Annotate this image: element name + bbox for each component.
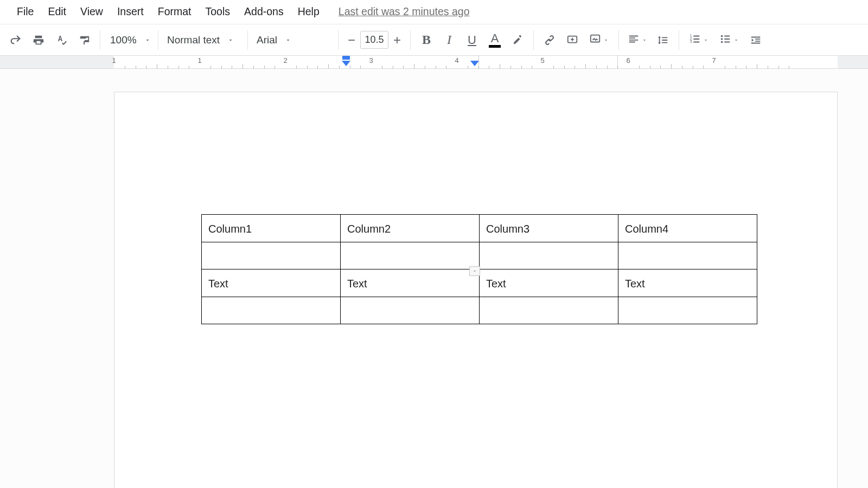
redo-button[interactable] bbox=[4, 29, 27, 52]
decrease-indent-button[interactable] bbox=[744, 29, 767, 52]
table-row[interactable] bbox=[202, 297, 757, 324]
chevron-down-icon bbox=[472, 268, 477, 274]
ruler-number: 7 bbox=[712, 56, 716, 65]
last-edit-link[interactable]: Last edit was 2 minutes ago bbox=[339, 5, 470, 18]
numbered-list-dropdown[interactable]: 123 bbox=[684, 33, 714, 47]
right-indent-marker[interactable] bbox=[470, 61, 479, 66]
plus-icon: + bbox=[393, 33, 401, 48]
font-size-stepper: − + bbox=[343, 30, 406, 50]
table-column-menu-button[interactable] bbox=[469, 266, 480, 276]
line-spacing-icon bbox=[657, 34, 669, 46]
chevron-down-icon bbox=[642, 37, 647, 43]
chevron-down-icon bbox=[144, 37, 151, 43]
table-cell[interactable]: Column1 bbox=[202, 215, 341, 242]
insert-image-dropdown[interactable] bbox=[584, 33, 614, 47]
menu-bar: File Edit View Insert Format Tools Add-o… bbox=[0, 0, 868, 24]
bold-button[interactable]: B bbox=[415, 29, 438, 52]
table-cell[interactable]: Column2 bbox=[341, 215, 480, 242]
font-size-input[interactable] bbox=[360, 31, 388, 49]
minus-icon: − bbox=[348, 33, 355, 48]
print-button[interactable] bbox=[27, 29, 50, 52]
insert-comment-button[interactable] bbox=[561, 29, 584, 52]
paint-format-button[interactable] bbox=[73, 29, 95, 52]
bulleted-list-dropdown[interactable] bbox=[714, 33, 744, 47]
table-cell[interactable] bbox=[618, 297, 757, 324]
svg-point-5 bbox=[721, 35, 723, 37]
underline-icon: U bbox=[468, 33, 476, 47]
menu-format[interactable]: Format bbox=[151, 2, 199, 21]
table-cell[interactable] bbox=[480, 297, 618, 324]
font-family-dropdown[interactable]: Arial bbox=[252, 30, 334, 50]
document-page[interactable]: Column1 Column2 Column3 Column4 Text Tex… bbox=[114, 92, 838, 488]
underline-button[interactable]: U bbox=[461, 29, 483, 52]
left-indent-marker[interactable] bbox=[342, 61, 350, 66]
table-row[interactable] bbox=[202, 242, 757, 269]
highlighter-icon bbox=[512, 34, 524, 46]
first-line-indent-marker[interactable] bbox=[342, 56, 350, 60]
table-cell[interactable]: Text bbox=[618, 269, 757, 297]
chevron-down-icon bbox=[227, 37, 234, 43]
horizontal-ruler[interactable]: 11234567 bbox=[0, 56, 868, 69]
table-cell[interactable] bbox=[341, 297, 480, 324]
document-canvas[interactable]: Column1 Column2 Column3 Column4 Text Tex… bbox=[0, 69, 868, 488]
menu-file[interactable]: File bbox=[10, 2, 41, 21]
spellcheck-button[interactable] bbox=[50, 29, 73, 52]
paragraph-style-dropdown[interactable]: Normal text bbox=[163, 30, 243, 50]
menu-tools[interactable]: Tools bbox=[199, 2, 238, 21]
table-cell[interactable]: Column3 bbox=[480, 215, 618, 242]
increase-font-size-button[interactable]: + bbox=[388, 31, 406, 49]
table-cell[interactable]: Text bbox=[480, 269, 618, 297]
table-cell[interactable] bbox=[341, 242, 480, 269]
svg-rect-1 bbox=[591, 35, 600, 42]
paragraph-style-value: Normal text bbox=[167, 34, 220, 46]
table-cell[interactable] bbox=[202, 242, 341, 269]
ruler-number: 1 bbox=[112, 56, 116, 65]
chevron-down-icon bbox=[603, 37, 609, 43]
paint-roller-icon bbox=[78, 34, 90, 46]
link-icon bbox=[543, 34, 556, 47]
ruler-number: 4 bbox=[455, 56, 458, 65]
ruler-number: 5 bbox=[540, 56, 544, 65]
line-spacing-button[interactable] bbox=[652, 29, 674, 52]
table-cell[interactable]: Text bbox=[341, 269, 480, 297]
ruler-number: 6 bbox=[626, 56, 630, 65]
table-cell[interactable] bbox=[618, 242, 757, 269]
print-icon bbox=[33, 34, 44, 46]
italic-icon: I bbox=[447, 33, 451, 47]
chevron-down-icon bbox=[703, 37, 709, 43]
menu-addons[interactable]: Add-ons bbox=[237, 2, 291, 21]
toolbar: 100% Normal text Arial − bbox=[0, 24, 868, 56]
zoom-value: 100% bbox=[110, 34, 137, 46]
menu-insert[interactable]: Insert bbox=[110, 2, 151, 21]
svg-point-6 bbox=[721, 38, 723, 40]
font-family-value: Arial bbox=[257, 34, 277, 46]
numbered-list-icon: 123 bbox=[689, 33, 701, 47]
svg-point-7 bbox=[721, 41, 723, 43]
highlight-button[interactable] bbox=[506, 29, 529, 52]
ruler-number: 2 bbox=[283, 56, 287, 65]
italic-button[interactable]: I bbox=[438, 29, 461, 52]
column-guide bbox=[617, 56, 618, 68]
text-color-button[interactable]: A bbox=[483, 29, 506, 52]
table-cell[interactable]: Text bbox=[202, 269, 341, 297]
table-cell[interactable] bbox=[480, 242, 618, 269]
chevron-down-icon bbox=[733, 37, 739, 43]
align-left-icon bbox=[628, 33, 640, 47]
image-icon bbox=[589, 33, 601, 47]
chevron-down-icon bbox=[285, 37, 291, 43]
decrease-font-size-button[interactable]: − bbox=[343, 31, 360, 49]
ruler-number: 3 bbox=[369, 56, 373, 65]
redo-icon bbox=[10, 34, 22, 46]
table-row[interactable]: Column1 Column2 Column3 Column4 bbox=[202, 215, 757, 242]
table-cell[interactable] bbox=[202, 297, 341, 324]
menu-help[interactable]: Help bbox=[291, 2, 327, 21]
menu-edit[interactable]: Edit bbox=[41, 2, 73, 21]
column-guide bbox=[478, 56, 479, 68]
menu-view[interactable]: View bbox=[73, 2, 110, 21]
insert-link-button[interactable] bbox=[538, 29, 561, 52]
spellcheck-icon bbox=[55, 34, 68, 47]
align-dropdown[interactable] bbox=[623, 33, 652, 47]
bold-icon: B bbox=[422, 33, 431, 47]
table-cell[interactable]: Column4 bbox=[618, 215, 757, 242]
zoom-dropdown[interactable]: 100% bbox=[105, 30, 154, 50]
